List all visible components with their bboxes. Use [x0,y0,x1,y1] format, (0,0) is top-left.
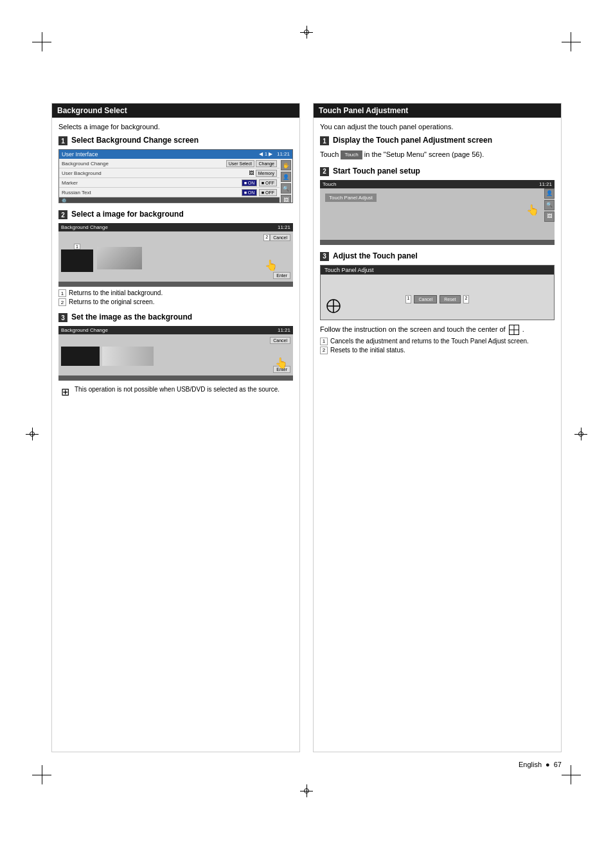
russian-off-btn[interactable]: ■ OFF [259,189,277,196]
ui-icon-2[interactable]: 👤 [281,172,291,182]
bg-change-screen-1: Background Change 11:21 2 Cancel 1 [58,223,293,287]
bg-change-screen-2: Background Change 11:21 Cancel 👆 Enter [58,326,293,381]
right-step-1-title: Display the Touch panel Adjustment scree… [333,136,492,145]
bg-note-2: 2 Returns to the original screen. [58,298,293,306]
language-label: English [519,761,542,768]
hand-cursor-2: 👆 [275,357,288,369]
ui-icon-3[interactable]: 🔍 [281,183,291,194]
left-panel: Background Select Selects a image for ba… [51,103,300,752]
right-step-2-title: Start Touch panel setup [333,167,420,176]
bg-cancel-row: 2 Cancel [61,234,290,241]
right-note-1: 1 Cancels the adjustment and returns to … [320,338,555,345]
tpa-buttons-row: 1 Cancel Reset 2 [405,295,470,303]
bg-change-bottom-2 [58,375,293,381]
left-panel-body: Selects a image for background. 1 Select… [52,118,299,403]
bg-change-header-1: Background Change 11:21 [58,223,293,231]
bg-change-time-2: 11:21 [278,327,290,333]
bg-thumb-1-container: 1 [61,244,93,272]
ui-row-user-bg-label: User Background [62,170,102,176]
marker-on-btn[interactable]: ■ ON [242,179,258,186]
touch-icon-2[interactable]: 🔍 [544,200,555,210]
side-mark-left [26,428,39,440]
page-footer: English ● 67 [519,761,562,768]
right-notes-list: 1 Cancels the adjustment and returns to … [320,338,555,354]
enter-btn-1[interactable]: Enter [273,272,290,279]
page-dot-separator: ● [546,761,550,768]
bg-note-2-num: 2 [58,298,66,306]
reg-mark-top-right [562,32,581,51]
bg-change-body-1: 2 Cancel 1 👆 Enter [58,231,293,282]
hand-cursor-1: 👆 [265,259,278,271]
bg-change-body-2: Cancel 👆 Enter [58,334,293,375]
bg-thumbnails-row: 1 [61,244,290,272]
ui-icon-4[interactable]: 🖼 [281,195,291,203]
cancel-tpa-btn[interactable]: Cancel [414,295,437,303]
right-note-2: 2 Resets to the initial status. [320,347,555,354]
touch-panel-adjust-label: Touch Panel Adjust [325,194,377,202]
tpa-btn-num-2: 2 [463,295,470,303]
right-note-2-num: 2 [320,347,328,354]
touch-screen-mockup: Touch 11:21 Touch Panel Adjust 👆 👤 🔍 🖼 [320,180,555,245]
tpa-body: 1 Cancel Reset 2 [321,275,554,320]
ui-row-marker-controls: ■ ON ■ OFF [242,179,277,186]
step-3-header: 3 Set the image as the background [58,312,293,322]
bg-thumb-gradient-2 [102,347,154,366]
cancel-btn-2[interactable]: Cancel [270,337,290,344]
ui-row-user-bg-controls: 🖼 Memory [249,170,277,176]
bg-change-time-1: 11:21 [278,224,290,230]
note-gear-icon: ⊞ [61,386,69,398]
right-step-1-num: 1 [320,136,329,145]
right-step-1-instruction: Touch Touch in the "Setup Menu" screen (… [320,149,555,160]
marker-off-btn[interactable]: ■ OFF [259,179,277,186]
right-step-3-num: 3 [320,252,329,261]
ui-row-bg-change: Background Change User Select Change [59,159,280,168]
step-2-header: 2 Select a image for background [58,210,293,219]
enter-row-1: Enter [61,272,290,279]
left-panel-description: Selects a image for background. [58,123,293,131]
right-panel-body: You can adjust the touch panel operation… [314,118,561,361]
reset-tpa-btn[interactable]: Reset [440,295,460,303]
memory-btn[interactable]: Memory [256,170,277,177]
note-section: ⊞ This operation is not possible when US… [58,386,293,398]
step-3-title: Set the image as the background [71,312,192,321]
bg-note-1-text: Returns to the initial background. [69,289,163,297]
ui-icon-1[interactable]: 🖐 [281,160,291,170]
bg-thumb-dark [61,249,93,272]
right-panel: Touch Panel Adjustment You can adjust th… [313,103,562,752]
change-btn[interactable]: Change [256,160,277,167]
touch-instruction-text: Touch [320,150,341,158]
bg-change-title-1: Background Change [61,224,108,230]
touch-screen-side-icons: 👤 🔍 🖼 [544,188,555,222]
touch-icon-1[interactable]: 👤 [544,188,555,199]
cancel-btn-1[interactable]: Cancel [270,234,290,241]
russian-on-btn[interactable]: ■ ON [242,189,258,196]
ui-row-russian-controls: ■ ON ■ OFF [242,189,277,195]
touch-screen-bottom [320,240,555,245]
step-1-num: 1 [58,136,67,145]
touch-screen-title: Touch [323,181,336,187]
user-select-btn[interactable]: User Select [226,160,254,167]
touch-icon-3[interactable]: 🖼 [544,212,555,222]
right-step-2-num: 2 [320,167,329,176]
right-note-1-num: 1 [320,338,328,345]
num-badge-1-left: 1 [74,244,80,249]
touch-screen-body: Touch Panel Adjust 👆 👤 🔍 🖼 [320,188,555,240]
bg-thumb-light [97,247,142,269]
bg-note-1-num: 1 [58,289,66,297]
follow-text: Follow the instruction on the screen and… [320,325,506,333]
right-panel-header: Touch Panel Adjustment [314,104,561,118]
ui-screen-bottom-bar: ⚙️ [59,197,280,203]
hand-cursor-3: 👆 [526,204,539,216]
enter-row-2: Enter [61,366,290,373]
bg-change-title-2: Background Change [61,327,108,333]
bg-change-header-2: Background Change 11:21 [58,326,293,334]
right-step-3-title: Adjust the Touch panel [333,251,418,260]
tpa-btn-num-1: 1 [405,295,412,303]
ui-screen-rows: Background Change User Select Change Use… [59,159,292,203]
ui-row-marker-label: Marker [62,180,78,186]
bg-thumbnails-row-2 [61,347,290,366]
bg-note-1: 1 Returns to the initial background. [58,289,293,297]
side-mark-right [574,428,587,440]
bg-notes-list: 1 Returns to the initial background. 2 R… [58,289,293,306]
ui-row-bg-controls: User Select Change [226,160,277,167]
